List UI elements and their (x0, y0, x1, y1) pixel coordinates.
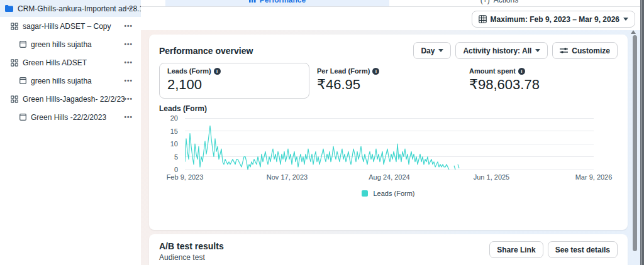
ads-manager-window: CRM-Ghills-ankura-Importent ad 28.1.24 •… (0, 0, 644, 265)
tab-actions-label: Actions (494, 0, 518, 4)
share-link-button[interactable]: Share Link (489, 241, 543, 258)
metric-amount-spent[interactable]: Amount spent i ₹98,603.78 (465, 63, 618, 99)
date-range-label: Maximum: Feb 9, 2023 – Mar 9, 2026 (491, 15, 619, 24)
more-options-icon[interactable]: ••• (124, 77, 133, 84)
metric-label: Amount spent (469, 67, 516, 75)
x-axis-labels: Feb 9, 2023Nov 17, 2023Aug 24, 2024Jun 1… (185, 173, 594, 183)
scroll-content: Performance overview Day Activity histor… (141, 30, 644, 265)
ad-icon (19, 77, 26, 84)
sidebar-item-label: Green Hills -22/2/2023 (31, 113, 106, 122)
sidebar-item-ad[interactable]: green hills sujatha ••• (0, 72, 141, 90)
folder-icon (5, 5, 13, 12)
adset-grid-icon (11, 59, 18, 67)
calendar-icon (479, 15, 487, 23)
ab-test-title: A/B test results (159, 241, 224, 251)
metric-value: 2,100 (167, 77, 301, 93)
legend-label: Leads (Form) (373, 190, 414, 197)
y-tick-label: 0 (149, 166, 178, 173)
window-edge-scrollbar (640, 0, 644, 265)
chart-legend: Leads (Form) (149, 190, 628, 197)
performance-overview-title: Performance overview (159, 46, 253, 56)
adset-grid-icon (11, 95, 18, 103)
chevron-down-icon (438, 49, 443, 52)
metric-value: ₹46.95 (317, 77, 465, 93)
metric-label: Leads (Form) (167, 67, 211, 75)
legend-swatch-teal (362, 190, 368, 197)
ad-icon (19, 114, 26, 121)
x-tick-label: Aug 24, 2024 (369, 173, 409, 181)
sidebar-item-label: sagar-Hills ADSET – Copy (23, 22, 111, 31)
activity-history-dropdown[interactable]: Activity history: All (455, 42, 548, 59)
sidebar-item-label: Green Hills-Jagadesh- 22/2/23 (23, 95, 125, 104)
metric-label: Per Lead (Form) (317, 67, 370, 75)
tab-performance[interactable]: Performance (165, 0, 389, 7)
customize-label: Customize (572, 46, 610, 55)
leads-form-chart: 05101520 Feb 9, 2023Nov 17, 2023Aug 24, … (149, 118, 628, 206)
sidebar-item-label: Green Hills ADSET (23, 58, 87, 67)
performance-overview-card: Performance overview Day Activity histor… (149, 35, 628, 230)
sidebar-item-ad[interactable]: Green Hills -22/2/2023 ••• (0, 108, 141, 126)
main-panel: Performance (+) Actions Maximum: Feb 9, … (141, 0, 644, 265)
sidebar-item-adset[interactable]: sagar-Hills ADSET – Copy ••• (0, 17, 141, 35)
metric-value: ₹98,603.78 (469, 77, 618, 93)
ab-test-subtitle: Audience test (159, 253, 224, 262)
scrollbar-up-arrow-icon[interactable] (631, 30, 636, 34)
metrics-row: Leads (Form) i 2,100 Per Lead (Form) i ₹… (149, 59, 628, 99)
sidebar-item-adset[interactable]: Green Hills-Jagadesh- 22/2/23 ••• (0, 90, 141, 108)
see-test-details-button[interactable]: See test details (548, 241, 618, 258)
y-tick-label: 20 (149, 114, 178, 122)
sidebar-item-label: green hills sujatha (31, 40, 92, 49)
actions-icon: (+) (480, 0, 490, 4)
info-icon[interactable]: i (372, 68, 379, 75)
chevron-down-icon (623, 18, 628, 21)
tab-bar: Performance (+) Actions (141, 0, 644, 7)
x-tick-label: Jun 1, 2025 (474, 173, 510, 181)
metric-per-lead[interactable]: Per Lead (Form) i ₹46.95 (313, 63, 465, 99)
ad-icon (19, 41, 26, 48)
chart-title: Leads (Form) (159, 104, 628, 113)
y-tick-label: 5 (149, 153, 178, 161)
chart-plot-area[interactable] (185, 118, 594, 170)
activity-history-label: Activity history: All (463, 46, 531, 55)
sidebar-item-ad[interactable]: green hills sujatha ••• (0, 35, 141, 53)
sliders-icon (560, 47, 568, 54)
more-options-icon[interactable]: ••• (124, 22, 133, 29)
y-tick-label: 15 (149, 127, 178, 135)
sidebar-item-adset[interactable]: Green Hills ADSET ••• (0, 53, 141, 72)
tab-performance-label: Performance (260, 0, 306, 4)
more-options-icon[interactable]: ••• (124, 4, 133, 11)
x-tick-label: Feb 9, 2023 (167, 173, 204, 181)
vertical-scrollbar[interactable] (633, 35, 637, 251)
x-tick-label: Mar 9, 2026 (575, 173, 613, 181)
more-options-icon[interactable]: ••• (124, 58, 133, 65)
more-options-icon[interactable]: ••• (124, 113, 133, 120)
more-options-icon[interactable]: ••• (124, 40, 133, 47)
x-tick-label: Nov 17, 2023 (267, 173, 308, 181)
date-range-picker[interactable]: Maximum: Feb 9, 2023 – Mar 9, 2026 (472, 11, 635, 28)
sidebar-item-label: green hills sujatha (31, 77, 92, 85)
metric-leads-form[interactable]: Leads (Form) i 2,100 (159, 63, 309, 99)
day-dropdown-label: Day (421, 46, 435, 55)
see-test-details-label: See test details (555, 246, 610, 254)
chevron-down-icon (535, 49, 540, 52)
ab-test-results-card: A/B test results Audience test Share Lin… (149, 234, 628, 265)
y-tick-label: 10 (149, 140, 178, 148)
sidebar-item-label: CRM-Ghills-ankura-Importent ad 28.1.24 (18, 4, 141, 13)
share-link-label: Share Link (497, 246, 535, 254)
tab-actions[interactable]: (+) Actions (443, 0, 556, 7)
toolbar: Maximum: Feb 9, 2023 – Mar 9, 2026 (141, 7, 644, 30)
bar-chart-icon (249, 0, 256, 4)
y-axis-labels: 05101520 (149, 118, 178, 170)
sidebar-item-campaign[interactable]: CRM-Ghills-ankura-Importent ad 28.1.24 •… (0, 0, 141, 17)
info-icon[interactable]: i (214, 68, 221, 75)
campaign-tree-sidebar: CRM-Ghills-ankura-Importent ad 28.1.24 •… (0, 0, 141, 265)
info-icon[interactable]: i (518, 68, 525, 75)
more-options-icon[interactable]: ••• (124, 95, 133, 102)
day-granularity-dropdown[interactable]: Day (413, 42, 451, 59)
customize-button[interactable]: Customize (552, 42, 618, 59)
adset-grid-icon (11, 23, 18, 30)
